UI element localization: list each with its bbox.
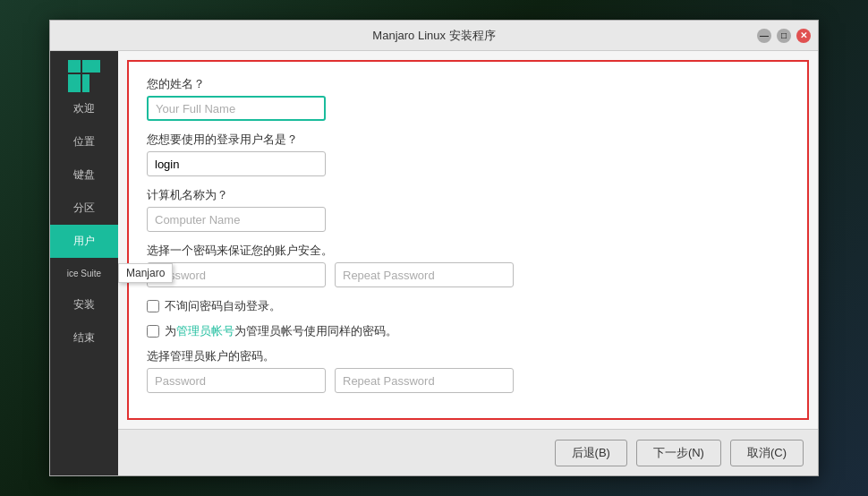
svg-rect-1 — [82, 60, 100, 73]
back-button[interactable]: 后退(B) — [555, 440, 627, 466]
password-group: 选择一个密码来保证您的账户安全。 — [147, 243, 789, 287]
form-area: 您的姓名？ 您想要使用的登录用户名是？ 计算机名称为？ 选择一个密码来保证您的账… — [127, 60, 809, 420]
computer-name-input[interactable] — [147, 207, 326, 232]
password-section-label: 选择一个密码来保证您的账户安全。 — [147, 243, 789, 259]
svg-rect-2 — [68, 74, 81, 92]
maximize-button[interactable]: □ — [777, 29, 791, 43]
window-title: Manjaro Linux 安装程序 — [111, 28, 757, 44]
password-input[interactable] — [147, 262, 326, 287]
same-password-checkbox[interactable] — [147, 325, 159, 338]
sidebar-item-welcome[interactable]: 欢迎 — [50, 92, 118, 125]
svg-rect-0 — [68, 60, 81, 73]
sidebar-item-location[interactable]: 位置 — [50, 125, 118, 158]
full-name-label: 您的姓名？ — [147, 76, 789, 92]
password-row — [147, 262, 789, 287]
full-name-group: 您的姓名？ — [147, 76, 789, 121]
content-area: 您的姓名？ 您想要使用的登录用户名是？ 计算机名称为？ 选择一个密码来保证您的账… — [118, 51, 818, 475]
autologin-label: 不询问密码自动登录。 — [165, 298, 281, 314]
login-label: 您想要使用的登录用户名是？ — [147, 132, 789, 148]
admin-repeat-password-input[interactable] — [335, 368, 514, 393]
window-body: 欢迎 位置 键盘 分区 用户 ice Suite Manjaro 安装 结束 — [50, 51, 818, 475]
cancel-button[interactable]: 取消(C) — [730, 440, 804, 466]
close-button[interactable]: ✕ — [796, 29, 811, 43]
next-button[interactable]: 下一步(N) — [636, 440, 721, 466]
sidebar-item-user[interactable]: 用户 — [50, 225, 118, 258]
sidebar-item-partition[interactable]: 分区 — [50, 192, 118, 225]
admin-password-group: 选择管理员账户的密码。 — [147, 348, 789, 393]
bottom-bar: 后退(B) 下一步(N) 取消(C) — [118, 429, 818, 475]
sidebar-item-install[interactable]: 安装 — [50, 288, 118, 321]
computer-name-label: 计算机名称为？ — [147, 187, 789, 203]
repeat-password-input[interactable] — [335, 262, 514, 287]
full-name-input[interactable] — [147, 96, 326, 121]
sidebar-tooltip: Manjaro — [118, 263, 173, 283]
admin-password-input[interactable] — [147, 368, 326, 393]
svg-rect-3 — [82, 74, 89, 92]
sidebar-item-keyboard[interactable]: 键盘 — [50, 158, 118, 192]
login-group: 您想要使用的登录用户名是？ — [147, 132, 789, 176]
titlebar: Manjaro Linux 安装程序 — □ ✕ — [50, 21, 818, 51]
minimize-button[interactable]: — — [757, 29, 771, 43]
sidebar: 欢迎 位置 键盘 分区 用户 ice Suite Manjaro 安装 结束 — [50, 51, 118, 475]
login-input[interactable] — [147, 151, 326, 176]
autologin-checkbox[interactable] — [147, 300, 159, 312]
admin-password-label: 选择管理员账户的密码。 — [147, 348, 789, 364]
admin-password-row — [147, 368, 789, 393]
computer-name-group: 计算机名称为？ — [147, 187, 789, 232]
same-password-checkbox-group: 为管理员帐号为管理员帐号使用同样的密码。 — [147, 323, 789, 339]
autologin-checkbox-group: 不询问密码自动登录。 — [147, 298, 789, 314]
main-window: Manjaro Linux 安装程序 — □ ✕ 欢迎 位置 键盘 — [49, 20, 819, 476]
sidebar-item-office[interactable]: ice Suite Manjaro — [50, 258, 118, 288]
sidebar-item-finish[interactable]: 结束 — [50, 321, 118, 355]
same-password-label: 为管理员帐号为管理员帐号使用同样的密码。 — [165, 323, 397, 339]
window-controls: — □ ✕ — [757, 29, 811, 43]
manjaro-logo — [68, 60, 100, 92]
